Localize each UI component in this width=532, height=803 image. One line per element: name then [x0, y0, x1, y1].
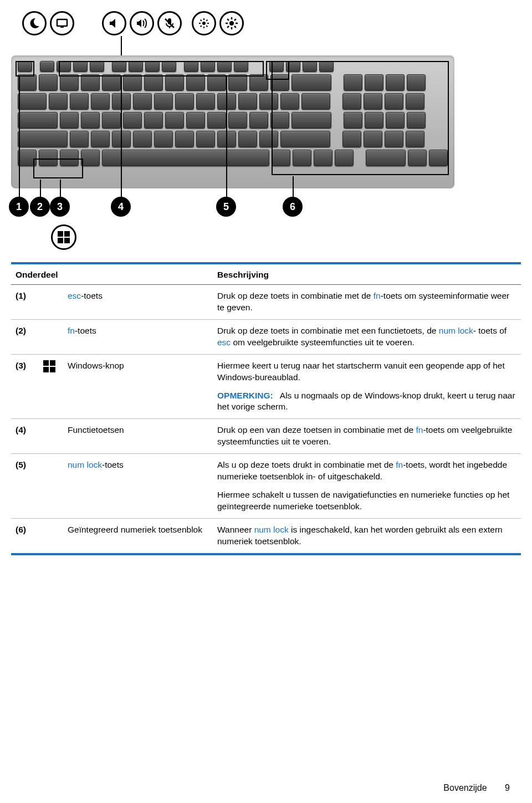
component-table: Onderdeel Beschrijving (1)esc-toetsDruk … [11, 264, 521, 553]
row-icon-cell [39, 518, 63, 553]
callout-marker-2: 2 [30, 197, 50, 217]
component-name: fn-toets [63, 319, 213, 354]
header-beschrijving: Beschrijving [213, 264, 521, 285]
svg-line-12 [206, 20, 207, 21]
row-icon-cell [39, 354, 63, 419]
header-onderdeel: Onderdeel [11, 264, 213, 285]
table-row: (6)Geïntegreerd numeriek toetsenblokWann… [11, 518, 521, 553]
svg-line-18 [227, 19, 229, 21]
svg-line-9 [201, 20, 202, 21]
svg-line-21 [234, 19, 236, 21]
footer-page-number: 9 [505, 783, 510, 792]
row-number: (1) [11, 285, 39, 320]
component-description: Als u op deze toets drukt in combinatie … [213, 454, 521, 519]
svg-rect-1 [60, 27, 64, 28]
table-bottom-rule [11, 553, 521, 555]
svg-line-10 [206, 25, 207, 27]
callout-marker-6: 6 [283, 197, 303, 217]
footer-section: Bovenzijde [443, 783, 487, 792]
component-name: Geïntegreerd numeriek toetsenblok [63, 518, 213, 553]
component-name: Functietoetsen [63, 419, 213, 454]
table-row: (5)num lock-toetsAls u op deze toets dru… [11, 454, 521, 519]
component-description: Wanneer num lock is ingeschakeld, kan he… [213, 518, 521, 553]
callout-marker-3: 3 [50, 197, 70, 217]
brightness-high-icon [219, 11, 244, 35]
row-number: (2) [11, 319, 39, 354]
table-row: (3)Windows-knopHiermee keert u terug naa… [11, 354, 521, 419]
row-icon-cell [39, 285, 63, 320]
note-label: OPMERKING: [217, 391, 273, 400]
component-description: Druk op deze toets in combinatie met een… [213, 319, 521, 354]
svg-line-19 [234, 26, 236, 28]
component-name: Windows-knop [63, 354, 213, 419]
row-number: (5) [11, 454, 39, 519]
row-number: (3) [11, 354, 39, 419]
keyboard-diagram [11, 55, 454, 188]
monitor-icon [50, 11, 74, 35]
page-footer: Bovenzijde 9 [443, 783, 510, 793]
component-description: Druk op een van deze toetsen in combinat… [213, 419, 521, 454]
svg-line-11 [201, 25, 202, 27]
moon-icon [22, 11, 47, 35]
speaker-loud-icon [130, 11, 154, 35]
row-icon-cell [39, 454, 63, 519]
table-row: (2)fn-toetsDruk op deze toets in combina… [11, 319, 521, 354]
svg-rect-0 [57, 19, 67, 26]
windows-icon [43, 360, 55, 372]
component-description: Hiermee keert u terug naar het startsche… [213, 354, 521, 419]
windows-icon [51, 224, 76, 250]
mic-mute-icon [157, 11, 182, 35]
component-description: Druk op deze toets in combinatie met de … [213, 285, 521, 320]
table-row: (1)esc-toetsDruk op deze toets in combin… [11, 285, 521, 320]
row-number: (4) [11, 419, 39, 454]
svg-point-4 [202, 22, 206, 25]
component-name: num lock-toets [63, 454, 213, 519]
row-icon-cell [39, 419, 63, 454]
svg-line-20 [227, 26, 229, 28]
keyboard-figure: 1 2 3 4 5 6 [11, 6, 521, 258]
callout-marker-4: 4 [111, 197, 131, 217]
action-key-icon-row [22, 11, 244, 35]
brightness-low-icon [192, 11, 216, 35]
speaker-mute-icon [102, 11, 126, 35]
svg-point-13 [229, 21, 234, 25]
row-icon-cell [39, 319, 63, 354]
callout-marker-1: 1 [9, 197, 29, 217]
component-name: esc-toets [63, 285, 213, 320]
row-number: (6) [11, 518, 39, 553]
table-row: (4)FunctietoetsenDruk op een van deze to… [11, 419, 521, 454]
callout-marker-5: 5 [216, 197, 236, 217]
